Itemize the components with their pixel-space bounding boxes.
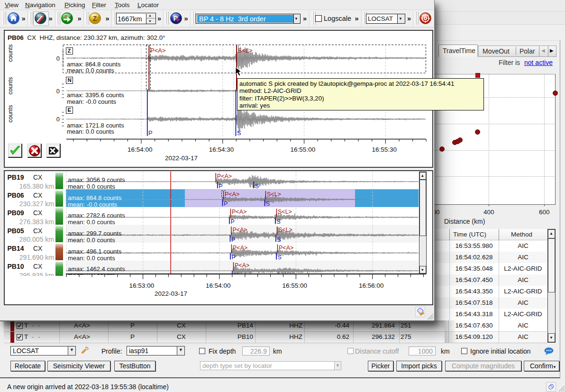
svg-text:P: P <box>64 14 68 19</box>
svg-text:Z: Z <box>92 15 97 22</box>
